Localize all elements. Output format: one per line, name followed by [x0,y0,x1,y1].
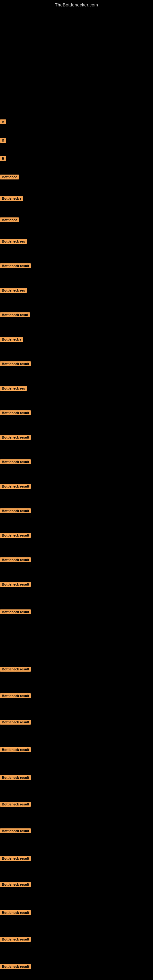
bottleneck-result-label: Bottleneck result [0,557,31,563]
bottleneck-label-text: Bottleneck result [0,802,31,807]
bottleneck-result-label: Bottleneck result [0,484,31,490]
bottleneck-label-text: Bottleneck r [0,337,23,342]
bottleneck-result-label: Bottleneck result [0,361,31,368]
bottleneck-result-label: Bottleneck result [0,508,31,514]
bottleneck-result-label: Bottleneck result [0,964,31,970]
bottleneck-result-label: Bottleneck result [0,802,31,808]
bottleneck-label-text: Bottleneck resul [0,312,30,317]
site-title: TheBottlenecker.com [0,0,153,7]
bottleneck-label-text: B [0,119,6,124]
bottleneck-result-label: Bottleneck res [0,288,27,294]
bottleneck-label-text: Bottleneck res [0,386,27,391]
bottleneck-label-text: Bottleneck result [0,508,31,513]
bottleneck-label-text: Bottleneck res [0,288,27,293]
bottleneck-label-text: Bottleneck result [0,484,31,489]
bottleneck-label-text: Bottleneck result [0,582,31,587]
bottleneck-result-label: Bottleneck r [0,337,23,343]
bottleneck-result-label: B [0,119,6,126]
bottleneck-label-text: B [0,138,6,143]
bottleneck-label-text: Bottleneck result [0,747,31,752]
bottleneck-label-text: Bottleneck result [0,829,31,833]
bottleneck-result-label: Bottleneck result [0,460,31,466]
bottleneck-result-label: Bottleneck result [0,609,31,616]
bottleneck-result-label: Bottleneck result [0,410,31,417]
bottleneck-label-text: Bottlenec [0,218,19,222]
bottleneck-result-label: Bottleneck result [0,747,31,753]
bottleneck-result-label: B [0,138,6,144]
bottleneck-label-text: Bottleneck result [0,361,31,366]
bottleneck-label-text: Bottleneck result [0,609,31,614]
bottleneck-label-text: Bottleneck result [0,775,31,780]
bottleneck-result-label: Bottleneck r [0,196,23,202]
bottleneck-result-label: Bottleneck result [0,435,31,441]
bottleneck-label-text: Bottleneck result [0,410,31,415]
bottleneck-label-text: Bottleneck result [0,667,31,671]
bottleneck-label-text: Bottleneck result [0,882,31,887]
bottleneck-label-text: Bottleneck result [0,910,31,915]
bottleneck-result-label: Bottleneck result [0,533,31,539]
bottleneck-result-label: Bottleneck result [0,263,31,269]
bottleneck-result-label: Bottlenec [0,218,19,224]
bottleneck-result-label: Bottleneck res [0,239,27,245]
bottleneck-label-text: Bottleneck result [0,435,31,440]
bottleneck-label-text: Bottleneck result [0,533,31,538]
bottleneck-result-label: B [0,156,6,162]
bottleneck-result-label: Bottleneck result [0,694,31,700]
bottleneck-label-text: Bottleneck result [0,694,31,698]
bottleneck-label-text: B [0,156,6,161]
bottleneck-label-text: Bottleneck result [0,964,31,969]
bottleneck-label-text: Bottleneck result [0,856,31,861]
bottleneck-label-text: Bottleneck res [0,239,27,244]
bottleneck-label-text: Bottleneck result [0,937,31,942]
bottleneck-result-label: Bottleneck result [0,720,31,726]
bottleneck-label-text: Bottleneck result [0,460,31,464]
bottleneck-result-label: Bottleneck result [0,829,31,835]
bottleneck-result-label: Bottleneck result [0,582,31,588]
bottleneck-result-label: Bottleneck result [0,910,31,916]
bottleneck-label-text: Bottleneck r [0,196,23,201]
bottleneck-label-text: Bottleneck result [0,263,31,268]
bottleneck-label-text: Bottleneck result [0,557,31,562]
bottleneck-result-label: Bottleneck res [0,386,27,392]
bottleneck-result-label: Bottleneck result [0,667,31,673]
bottleneck-result-label: Bottleneck result [0,882,31,888]
bottleneck-label-text: Bottlenec [0,175,19,180]
bottleneck-label-text: Bottleneck result [0,720,31,725]
bottleneck-result-label: Bottleneck result [0,775,31,781]
bottleneck-result-label: Bottleneck result [0,937,31,943]
bottleneck-result-label: Bottleneck resul [0,312,30,318]
bottleneck-result-label: Bottlenec [0,175,19,181]
bottleneck-result-label: Bottleneck result [0,856,31,862]
